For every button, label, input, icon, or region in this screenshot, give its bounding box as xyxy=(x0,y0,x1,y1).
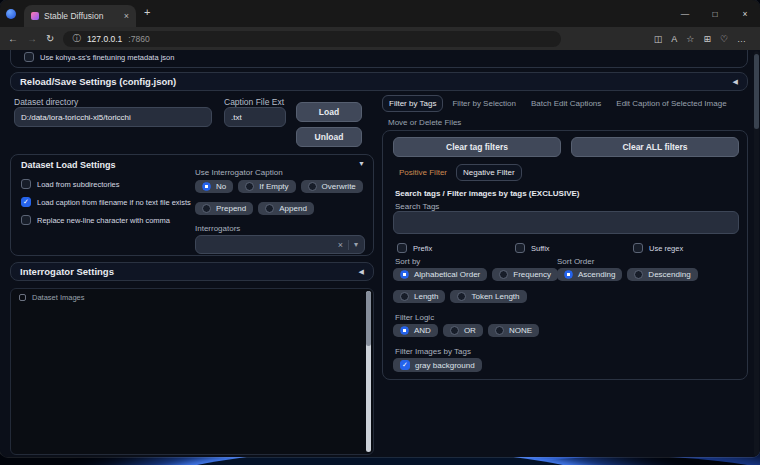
tag-chip-checkbox[interactable]: ✓ xyxy=(400,360,410,370)
clear-tag-filters-button[interactable]: Clear tag filters xyxy=(393,137,561,157)
toolbar-icons: ◫ A ☆ ⊞ ♡ … xyxy=(654,34,752,44)
radio-dot-icon xyxy=(202,204,211,213)
reload-save-accordion[interactable]: Reload/Save Settings (config.json) ◀ xyxy=(10,72,748,91)
load-caption-filename-label: Load caption from filename if no text fi… xyxy=(37,198,191,207)
radio-dot-icon xyxy=(499,270,508,279)
tab-filter-by-selection[interactable]: Filter by Selection xyxy=(446,96,522,111)
radio-dot-icon xyxy=(564,270,573,279)
gallery-icon xyxy=(19,294,26,301)
replace-newline-row[interactable]: Replace new-line character with comma xyxy=(21,215,170,225)
radio-descending[interactable]: Descending xyxy=(627,268,697,281)
radio-and[interactable]: AND xyxy=(393,324,438,337)
more-menu-icon[interactable]: … xyxy=(737,34,746,44)
kohya-metadata-label: Use kohya-ss's finetuning metadata json xyxy=(40,53,174,62)
radio-and-label: AND xyxy=(414,326,431,335)
sort-by-options-row2: Length Token Length xyxy=(393,290,527,303)
load-caption-filename-row[interactable]: ✓ Load caption from filename if no text … xyxy=(21,197,191,207)
gallery-scrollbar-thumb[interactable] xyxy=(366,291,371,346)
tab-filter-by-tags[interactable]: Filter by Tags xyxy=(382,95,443,112)
replace-newline-checkbox[interactable] xyxy=(21,215,31,225)
minimize-icon[interactable]: — xyxy=(670,0,700,27)
radio-or-label: OR xyxy=(464,326,476,335)
address-bar[interactable]: ⓘ 127.0.0.1 :7860 xyxy=(63,31,561,47)
radio-append[interactable]: Append xyxy=(258,202,314,215)
search-tags-input[interactable] xyxy=(393,211,739,234)
refresh-icon[interactable]: ↻ xyxy=(46,33,54,44)
kohya-metadata-checkbox-row[interactable]: Use kohya-ss's finetuning metadata json xyxy=(24,52,174,62)
radio-none[interactable]: NONE xyxy=(488,324,539,337)
favorites-star-icon[interactable]: ☆ xyxy=(686,34,694,44)
dataset-directory-input[interactable]: D:/data/lora-toricchi-xl5/toricchi xyxy=(14,107,212,127)
radio-token-length-label: Token Length xyxy=(471,292,519,301)
replace-newline-label: Replace new-line character with comma xyxy=(37,216,170,225)
site-info-icon[interactable]: ⓘ xyxy=(72,33,81,45)
dataset-load-settings-panel: Dataset Load Settings ▼ Load from subdir… xyxy=(10,154,374,256)
sort-by-options-row1: Alphabetical Order Frequency xyxy=(393,268,558,281)
suffix-checkbox-row[interactable]: Suffix xyxy=(515,243,550,253)
tab-close-icon[interactable]: × xyxy=(124,11,129,21)
collapse-left-icon: ◀ xyxy=(359,268,364,276)
sort-by-label: Sort by xyxy=(395,257,420,266)
dataset-load-settings-title: Dataset Load Settings xyxy=(21,160,116,170)
subtab-positive-filter[interactable]: Positive Filter xyxy=(393,165,453,180)
subtab-negative-filter[interactable]: Negative Filter xyxy=(456,164,522,181)
close-icon[interactable]: × xyxy=(730,0,760,27)
load-button[interactable]: Load xyxy=(296,102,362,122)
tab-edit-caption-selected[interactable]: Edit Caption of Selected Image xyxy=(610,96,732,111)
radio-or[interactable]: OR xyxy=(443,324,483,337)
suffix-checkbox[interactable] xyxy=(515,243,525,253)
radio-dot-icon xyxy=(634,270,643,279)
chevron-down-icon[interactable]: ▾ xyxy=(354,240,358,249)
use-regex-checkbox-row[interactable]: Use regex xyxy=(633,243,683,253)
radio-dot-icon xyxy=(450,326,459,335)
interrogators-label: Interrogators xyxy=(195,224,240,233)
radio-overwrite[interactable]: Overwrite xyxy=(301,180,363,193)
radio-if-empty[interactable]: If Empty xyxy=(238,180,295,193)
new-tab-button[interactable]: + xyxy=(144,6,150,18)
radio-frequency[interactable]: Frequency xyxy=(492,268,558,281)
page-scrollbar-thumb[interactable] xyxy=(754,54,759,129)
window-controls: — □ × xyxy=(670,0,760,27)
prefix-checkbox-row[interactable]: Prefix xyxy=(397,243,432,253)
load-subdirs-checkbox[interactable] xyxy=(21,179,31,189)
interrogator-settings-accordion[interactable]: Interrogator Settings ◀ xyxy=(10,262,374,281)
interrogator-caption-options-row2: Prepend Append xyxy=(195,202,314,215)
split-screen-icon[interactable]: ◫ xyxy=(654,34,663,44)
collections-icon[interactable]: ⊞ xyxy=(703,34,711,44)
load-subdirs-row[interactable]: Load from subdirectories xyxy=(21,179,120,189)
kohya-metadata-checkbox[interactable] xyxy=(24,52,34,62)
read-aloud-icon[interactable]: A xyxy=(671,34,677,44)
interrogators-dropdown[interactable]: × ▾ xyxy=(195,235,365,254)
collapse-down-icon[interactable]: ▼ xyxy=(358,160,365,167)
radio-no[interactable]: No xyxy=(195,180,233,193)
filter-logic-options-row: AND OR NONE xyxy=(393,324,539,337)
radio-length[interactable]: Length xyxy=(393,290,445,303)
prefix-label: Prefix xyxy=(413,244,432,253)
maximize-icon[interactable]: □ xyxy=(700,0,730,27)
tag-chip-gray-background[interactable]: ✓ gray background xyxy=(393,358,482,372)
radio-alphabetical-order[interactable]: Alphabetical Order xyxy=(393,268,487,281)
clear-selection-icon[interactable]: × xyxy=(338,240,343,250)
caption-file-ext-input[interactable]: .txt xyxy=(224,107,286,127)
radio-dot-icon xyxy=(308,182,317,191)
radio-descending-label: Descending xyxy=(648,270,690,279)
back-icon[interactable]: ← xyxy=(8,33,18,44)
radio-append-label: Append xyxy=(279,204,307,213)
gradio-page: Use kohya-ss's finetuning metadata json … xyxy=(0,50,760,457)
browser-profile-icon[interactable] xyxy=(6,9,16,19)
tab-batch-edit-captions[interactable]: Batch Edit Captions xyxy=(525,96,607,111)
forward-icon[interactable]: → xyxy=(27,33,37,44)
radio-prepend[interactable]: Prepend xyxy=(195,202,253,215)
load-caption-filename-checkbox[interactable]: ✓ xyxy=(21,197,31,207)
radio-token-length[interactable]: Token Length xyxy=(450,290,526,303)
unload-button[interactable]: Unload xyxy=(296,127,362,147)
tab-move-delete-files[interactable]: Move or Delete Files xyxy=(382,115,467,130)
browser-tab[interactable]: Stable Diffusion × xyxy=(24,5,136,27)
clear-all-filters-button[interactable]: Clear ALL filters xyxy=(571,137,739,157)
use-regex-checkbox[interactable] xyxy=(633,243,643,253)
radio-ascending[interactable]: Ascending xyxy=(557,268,622,281)
browser-essentials-icon[interactable]: ♡ xyxy=(720,34,728,44)
prefix-checkbox[interactable] xyxy=(397,243,407,253)
dataset-images-gallery[interactable]: Dataset Images xyxy=(10,288,374,455)
radio-none-label: NONE xyxy=(509,326,532,335)
